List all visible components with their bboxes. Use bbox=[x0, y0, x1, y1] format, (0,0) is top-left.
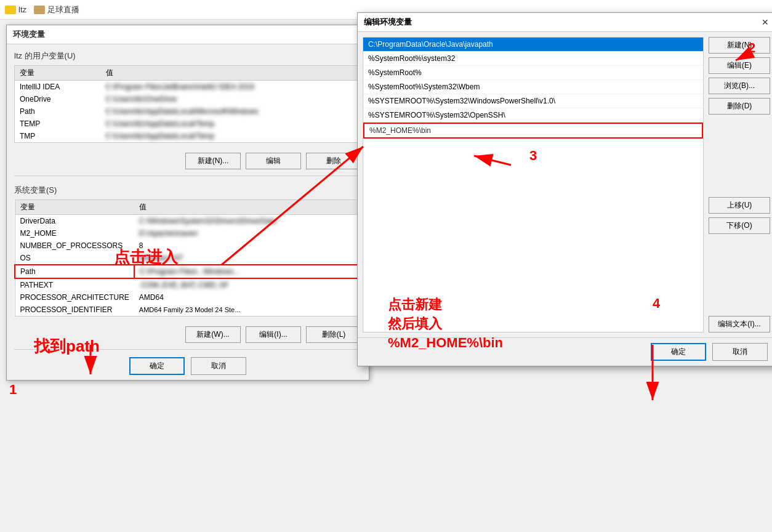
edit-path-titlebar: 编辑环境变量 ✕ bbox=[358, 13, 772, 32]
move-down-btn[interactable]: 下移(O) bbox=[709, 217, 770, 234]
table-row[interactable]: PATHEXT .COM;.EXE;.BAT;.CMD;.SF bbox=[15, 278, 361, 291]
sys-vars-buttons: 新建(W)... 编辑(I)... 删除(L) bbox=[7, 323, 369, 347]
folder-zuqiu-label: 足球直播 bbox=[47, 4, 79, 15]
env-dialog-footer: 确定 取消 bbox=[7, 352, 369, 380]
table-row[interactable]: PROCESSOR_IDENTIFIER AMD64 Family 23 Mod… bbox=[15, 304, 361, 316]
delete-path-btn[interactable]: 删除(D) bbox=[709, 98, 770, 115]
table-row[interactable]: IntelliJ IDEA C:\Program Files\JetBrains… bbox=[15, 81, 361, 94]
table-row[interactable]: DriverData C:\Windows\System32\Drivers\D… bbox=[15, 215, 361, 228]
list-item[interactable]: %SYSTEMROOT%\System32\OpenSSH\ bbox=[363, 108, 703, 123]
table-row[interactable]: TEMP C:\Users\ltz\AppData\Local\Temp bbox=[15, 118, 361, 130]
sys-col-var: 变量 bbox=[15, 200, 134, 215]
sys-col-val: 值 bbox=[134, 200, 361, 215]
table-row[interactable]: NUMBER_OF_PROCESSORS 8 bbox=[15, 240, 361, 252]
move-up-btn[interactable]: 上移(U) bbox=[709, 197, 770, 214]
close-button[interactable]: ✕ bbox=[762, 17, 769, 27]
edit-path-cancel-btn[interactable]: 取消 bbox=[712, 343, 768, 361]
browse-path-btn[interactable]: 浏览(B)... bbox=[709, 78, 770, 94]
path-list: C:\ProgramData\Oracle\Java\javapath %Sys… bbox=[363, 37, 704, 332]
list-item[interactable]: %SystemRoot% bbox=[363, 66, 703, 80]
list-item[interactable]: %SystemRoot%\system32 bbox=[363, 52, 703, 66]
path-row[interactable]: Path C:\Program Files\...Windows... bbox=[15, 265, 361, 278]
table-row[interactable]: OneDrive C:\Users\ltz\OneDrive bbox=[15, 93, 361, 105]
footer-divider bbox=[14, 349, 361, 350]
sys-new-btn[interactable]: 新建(W)... bbox=[185, 326, 241, 343]
sys-edit-btn[interactable]: 编辑(I)... bbox=[246, 326, 301, 343]
edit-text-btn[interactable]: 编辑文本(I)... bbox=[709, 316, 770, 332]
btn-spacer2 bbox=[709, 238, 770, 313]
edit-path-content: C:\ProgramData\Oracle\Java\javapath %Sys… bbox=[358, 32, 772, 337]
env-variables-dialog: 环境变量 ltz 的用户变量(U) 变量 值 IntelliJ IDEA C:\… bbox=[6, 25, 369, 381]
section-divider bbox=[14, 175, 361, 176]
edit-path-ok-btn[interactable]: 确定 bbox=[651, 343, 706, 361]
edit-path-action-buttons: 新建(N) 编辑(E) 浏览(B)... 删除(D) 上移(U) 下移(O) 编… bbox=[709, 37, 770, 332]
env-dialog-titlebar: 环境变量 bbox=[7, 25, 369, 44]
user-delete-btn[interactable]: 删除 bbox=[306, 153, 361, 169]
user-vars-table: 变量 值 IntelliJ IDEA C:\Program Files\JetB… bbox=[14, 65, 361, 143]
annotation-number-1: 1 bbox=[9, 382, 17, 398]
env-cancel-btn[interactable]: 取消 bbox=[191, 357, 246, 375]
user-col-var: 变量 bbox=[15, 66, 101, 81]
user-vars-buttons: 新建(N)... 编辑 删除 bbox=[7, 149, 369, 173]
system-vars-label: 系统变量(S) bbox=[14, 185, 361, 196]
table-row[interactable]: Path C:\Users\ltz\AppData\Local\Microsof… bbox=[15, 105, 361, 118]
env-dialog-title: 环境变量 bbox=[13, 29, 45, 40]
sys-delete-btn[interactable]: 删除(L) bbox=[306, 326, 361, 343]
table-row[interactable]: TMP C:\Users\ltz\AppData\Local\Temp bbox=[15, 130, 361, 143]
system-vars-section: 系统变量(S) 变量 值 DriverData C:\Windows\Syste… bbox=[7, 179, 369, 323]
user-vars-section: ltz 的用户变量(U) 变量 值 IntelliJ IDEA C:\Progr… bbox=[7, 44, 369, 149]
edit-path-footer: 确定 取消 bbox=[358, 337, 772, 366]
table-row[interactable]: PROCESSOR_ARCHITECTURE AMD64 bbox=[15, 291, 361, 304]
user-edit-btn[interactable]: 编辑 bbox=[246, 153, 301, 169]
edit-path-dialog: 编辑环境变量 ✕ C:\ProgramData\Oracle\Java\java… bbox=[357, 12, 772, 366]
user-col-val: 值 bbox=[101, 66, 361, 81]
folder-ltz-label: ltz bbox=[18, 5, 26, 14]
new-path-btn[interactable]: 新建(N) bbox=[709, 37, 770, 54]
user-new-btn[interactable]: 新建(N)... bbox=[185, 153, 241, 169]
folder-ltz[interactable]: ltz bbox=[5, 5, 26, 14]
btn-spacer bbox=[709, 118, 770, 193]
system-vars-table: 变量 值 DriverData C:\Windows\System32\Driv… bbox=[14, 200, 361, 316]
edit-path-title: 编辑环境变量 bbox=[364, 17, 412, 28]
env-ok-btn[interactable]: 确定 bbox=[129, 357, 185, 375]
table-row[interactable]: OS Windows_NT bbox=[15, 252, 361, 265]
m2-home-bin-item[interactable]: %M2_HOME%\bin bbox=[363, 123, 703, 139]
edit-path-btn[interactable]: 编辑(E) bbox=[709, 57, 770, 74]
folder-icon-ltz bbox=[5, 6, 16, 14]
list-item[interactable]: C:\ProgramData\Oracle\Java\javapath bbox=[363, 38, 703, 52]
user-vars-label: ltz 的用户变量(U) bbox=[14, 50, 361, 62]
folder-zuqiu[interactable]: 足球直播 bbox=[34, 4, 79, 15]
list-item[interactable]: %SystemRoot%\System32\Wbem bbox=[363, 80, 703, 94]
list-item[interactable]: %SYSTEMROOT%\System32\WindowsPowerShell\… bbox=[363, 94, 703, 108]
table-row[interactable]: M2_HOME D:\Apache\maven bbox=[15, 227, 361, 240]
folder-icon-zuqiu bbox=[34, 6, 45, 14]
